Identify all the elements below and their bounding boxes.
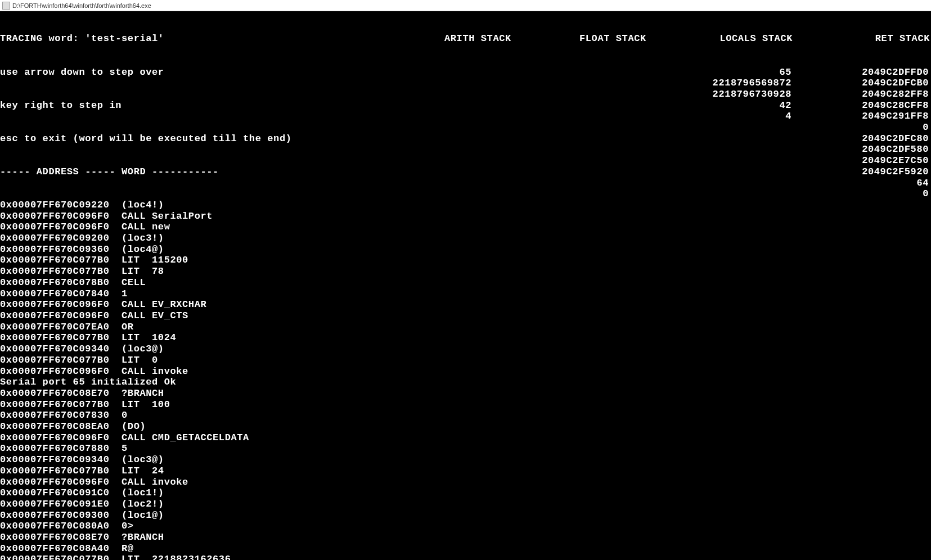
- trace-row: Serial port 65 initialized Ok: [0, 377, 523, 388]
- trace-row: 0x00007FF670C080A0 0>: [0, 521, 523, 532]
- locals-stack-value: 2218796730928: [681, 89, 793, 100]
- float-stack: FLOAT STACK: [579, 11, 647, 67]
- trace-row: 0x00007FF670C096F0 CALL SerialPort: [0, 211, 523, 222]
- arith-stack-label: ARITH STACK: [444, 33, 512, 44]
- trace-row: 0x00007FF670C07840 1: [0, 288, 523, 300]
- trace-row: 0x00007FF670C08E70 ?BRANCH: [0, 388, 523, 399]
- trace-row: 0x00007FF670C077B0 LIT 100: [0, 399, 523, 410]
- arith-stack: ARITH STACK: [444, 11, 512, 67]
- ret-stack-value: 2049C2DFC80: [818, 133, 930, 144]
- trace-row: 0x00007FF670C07830 0: [0, 410, 523, 421]
- locals-stack: LOCALS STACK 652218796569872221879673092…: [681, 11, 794, 144]
- ret-stack-label: RET STACK: [818, 33, 931, 44]
- ret-stack-value: 0: [818, 122, 930, 133]
- trace-row: 0x00007FF670C091C0 (loc1!): [0, 487, 523, 499]
- ret-stack-value: 2049C2DFFD0: [818, 67, 930, 78]
- trace-row: 0x00007FF670C096F0 CALL invoke: [0, 477, 523, 488]
- app-icon: [2, 2, 10, 10]
- ret-stack-value: 64: [818, 178, 930, 189]
- locals-stack-value: 4: [681, 111, 793, 122]
- trace-row: 0x00007FF670C08E70 ?BRANCH: [0, 532, 523, 543]
- trace-row: 0x00007FF670C09340 (loc3@): [0, 454, 523, 466]
- trace-row: 0x00007FF670C09360 (loc4@): [0, 244, 523, 255]
- trace-row: 0x00007FF670C08A40 R@: [0, 543, 523, 554]
- titlebar[interactable]: D:\FORTH\winforth64\winforth\forth\winfo…: [0, 0, 931, 11]
- trace-row: 0x00007FF670C07880 5: [0, 443, 523, 454]
- trace-row: 0x00007FF670C091E0 (loc2!): [0, 499, 523, 510]
- trace-row: 0x00007FF670C077B0 LIT 24: [0, 466, 523, 477]
- trace-row: 0x00007FF670C096F0 CALL EV_CTS: [0, 310, 523, 322]
- trace-row: 0x00007FF670C096F0 CALL new: [0, 222, 523, 233]
- trace-row: 0x00007FF670C077B0 LIT 115200: [0, 255, 523, 266]
- locals-stack-label: LOCALS STACK: [681, 33, 794, 44]
- trace-row: 0x00007FF670C096F0 CALL invoke: [0, 366, 523, 377]
- ret-stack-value: 2049C28CFF8: [818, 100, 930, 111]
- ret-stack-value: 2049C282FF8: [818, 89, 930, 100]
- console-output: TRACING word: 'test-serial' use arrow do…: [0, 11, 931, 560]
- locals-stack-value: 65: [681, 67, 793, 78]
- trace-row: 0x00007FF670C09220 (loc4!): [0, 200, 523, 211]
- trace-row: 0x00007FF670C096F0 CALL EV_RXCHAR: [0, 299, 523, 310]
- help-step-over: use arrow down to step over: [0, 67, 523, 78]
- trace-row: 0x00007FF670C096F0 CALL CMD_GETACCELDATA: [0, 432, 523, 444]
- trace-row: 0x00007FF670C09200 (loc3!): [0, 233, 523, 244]
- ret-stack: RET STACK 2049C2DFFD02049C2DFCB02049C282…: [818, 11, 931, 222]
- trace-row: 0x00007FF670C09340 (loc3@): [0, 344, 523, 355]
- trace-row: 0x00007FF670C09300 (loc1@): [0, 510, 523, 521]
- trace-row: 0x00007FF670C07EA0 OR: [0, 322, 523, 333]
- ret-stack-value: 2049C2E7C50: [818, 155, 930, 166]
- help-step-in: key right to step in: [0, 100, 523, 111]
- help-exit: esc to exit (word will be executed till …: [0, 133, 523, 144]
- locals-stack-value: 42: [681, 100, 793, 111]
- trace-row: 0x00007FF670C077B0 LIT 0: [0, 355, 523, 366]
- trace-row: 0x00007FF670C077B0 LIT 78: [0, 266, 523, 277]
- float-stack-label: FLOAT STACK: [579, 33, 647, 44]
- ret-stack-value: 2049C2DF580: [818, 144, 930, 155]
- ret-stack-value: 0: [818, 188, 930, 200]
- trace-row: 0x00007FF670C077B0 LIT 1024: [0, 332, 523, 344]
- window-title: D:\FORTH\winforth64\winforth\forth\winfo…: [12, 2, 151, 9]
- trace-row: 0x00007FF670C077B0 LIT 2218823162636: [0, 554, 523, 560]
- ret-stack-value: 2049C2F5920: [818, 166, 930, 178]
- trace-columns: ----- ADDRESS ----- WORD -----------: [0, 166, 523, 178]
- ret-stack-value: 2049C2DFCB0: [818, 78, 930, 89]
- trace-row: 0x00007FF670C078B0 CELL: [0, 277, 523, 288]
- trace-row: 0x00007FF670C08EA0 (DO): [0, 421, 523, 432]
- locals-stack-value: 2218796569872: [681, 78, 793, 89]
- ret-stack-value: 2049C291FF8: [818, 111, 930, 122]
